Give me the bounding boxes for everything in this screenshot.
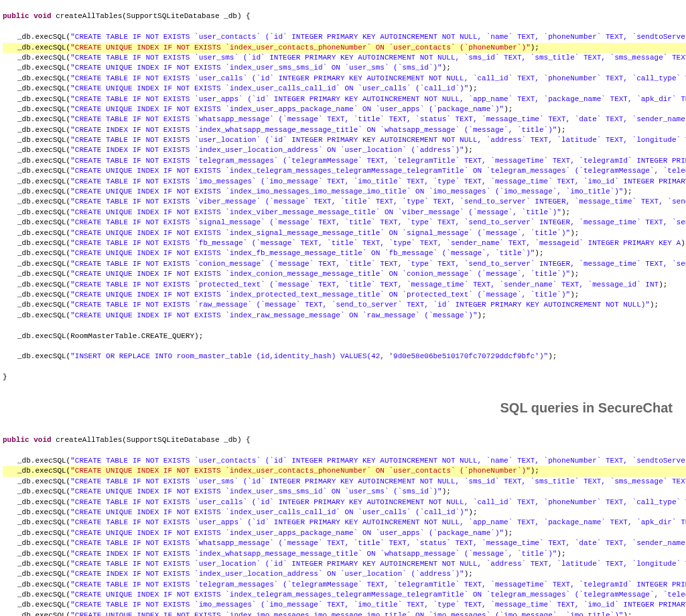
sql-line: _db.execSQL("CREATE UNIQUE INDEX IF NOT … [3, 590, 686, 600]
sql-line: _db.execSQL("CREATE INDEX IF NOT EXISTS … [3, 125, 686, 135]
sql-line: _db.execSQL("CREATE TABLE IF NOT EXISTS … [3, 94, 686, 104]
sql-line: _db.execSQL("CREATE TABLE IF NOT EXISTS … [3, 497, 686, 508]
sql-line: _db.execSQL("CREATE UNIQUE INDEX IF NOT … [3, 104, 686, 114]
sql-line: _db.execSQL("CREATE TABLE IF NOT EXISTS … [3, 114, 686, 125]
sql-line: _db.execSQL("CREATE TABLE IF NOT EXISTS … [3, 74, 686, 84]
code-block-securechat: public void createAllTables(SupportSQLit… [0, 0, 686, 394]
sql-line: _db.execSQL("CREATE TABLE IF NOT EXISTS … [3, 177, 686, 187]
sql-line: _db.execSQL("CREATE UNIQUE INDEX IF NOT … [3, 269, 686, 279]
sql-line: _db.execSQL("CREATE UNIQUE INDEX IF NOT … [3, 208, 686, 218]
sql-line: _db.execSQL("CREATE UNIQUE INDEX IF NOT … [3, 508, 686, 518]
sql-line: _db.execSQL("CREATE TABLE IF NOT EXISTS … [3, 32, 686, 42]
sql-line: _db.execSQL("CREATE TABLE IF NOT EXISTS … [3, 156, 686, 166]
sql-line: _db.execSQL("CREATE TABLE IF NOT EXISTS … [3, 280, 686, 290]
sql-line: _db.execSQL("CREATE TABLE IF NOT EXISTS … [3, 197, 686, 207]
method-signature: public void createAllTables(SupportSQLit… [3, 11, 686, 21]
code-block-securevpn: public void createAllTables(SupportSQLit… [0, 424, 686, 616]
sql-line: _db.execSQL("CREATE TABLE IF NOT EXISTS … [3, 538, 686, 548]
sql-line: _db.execSQL("CREATE TABLE IF NOT EXISTS … [3, 135, 686, 145]
sql-line: _db.execSQL("CREATE UNIQUE INDEX IF NOT … [3, 187, 686, 197]
sql-line: _db.execSQL("CREATE INDEX IF NOT EXISTS … [3, 145, 686, 155]
sql-line: _db.execSQL("CREATE UNIQUE INDEX IF NOT … [3, 248, 686, 258]
sql-line: _db.execSQL("CREATE UNIQUE INDEX IF NOT … [3, 466, 686, 476]
method-signature: public void createAllTables(SupportSQLit… [3, 435, 686, 445]
sql-line: _db.execSQL("CREATE TABLE IF NOT EXISTS … [3, 238, 686, 248]
sql-line: _db.execSQL("CREATE UNIQUE INDEX IF NOT … [3, 611, 686, 616]
sql-line: _db.execSQL("CREATE TABLE IF NOT EXISTS … [3, 559, 686, 569]
sql-line: _db.execSQL("CREATE TABLE IF NOT EXISTS … [3, 600, 686, 610]
sql-line: _db.execSQL("CREATE UNIQUE INDEX IF NOT … [3, 166, 686, 176]
sql-line: _db.execSQL("CREATE UNIQUE INDEX IF NOT … [3, 487, 686, 497]
sql-lines-bottom: _db.execSQL("CREATE TABLE IF NOT EXISTS … [3, 456, 686, 616]
caption-securechat: SQL queries in SecureChat [0, 394, 686, 424]
sql-line: _db.execSQL("CREATE TABLE IF NOT EXISTS … [3, 518, 686, 528]
sql-line: _db.execSQL("CREATE UNIQUE INDEX IF NOT … [3, 290, 686, 300]
sql-line: _db.execSQL("CREATE TABLE IF NOT EXISTS … [3, 218, 686, 228]
sql-line: _db.execSQL("CREATE TABLE IF NOT EXISTS … [3, 456, 686, 466]
create-query-call: _db.execSQL(RoomMasterTable.CREATE_QUERY… [3, 331, 203, 341]
sql-lines-top: _db.execSQL("CREATE TABLE IF NOT EXISTS … [3, 32, 686, 321]
sql-line: _db.execSQL("CREATE UNIQUE INDEX IF NOT … [3, 311, 686, 321]
sql-line: _db.execSQL("CREATE TABLE IF NOT EXISTS … [3, 477, 686, 487]
sql-line: _db.execSQL("CREATE TABLE IF NOT EXISTS … [3, 300, 686, 310]
sql-line: _db.execSQL("CREATE INDEX IF NOT EXISTS … [3, 549, 686, 559]
sql-line: _db.execSQL("CREATE UNIQUE INDEX IF NOT … [3, 228, 686, 238]
sql-line: _db.execSQL("CREATE UNIQUE INDEX IF NOT … [3, 63, 686, 73]
sql-line: _db.execSQL("CREATE TABLE IF NOT EXISTS … [3, 53, 686, 63]
sql-line: _db.execSQL("CREATE UNIQUE INDEX IF NOT … [3, 43, 686, 53]
sql-line: _db.execSQL("CREATE INDEX IF NOT EXISTS … [3, 569, 686, 579]
sql-line: _db.execSQL("CREATE TABLE IF NOT EXISTS … [3, 580, 686, 590]
sql-line: _db.execSQL("CREATE UNIQUE INDEX IF NOT … [3, 84, 686, 94]
insert-sql: "INSERT OR REPLACE INTO room_master_tabl… [70, 352, 548, 360]
sql-line: _db.execSQL("CREATE UNIQUE INDEX IF NOT … [3, 528, 686, 538]
sql-line: _db.execSQL("CREATE TABLE IF NOT EXISTS … [3, 259, 686, 269]
